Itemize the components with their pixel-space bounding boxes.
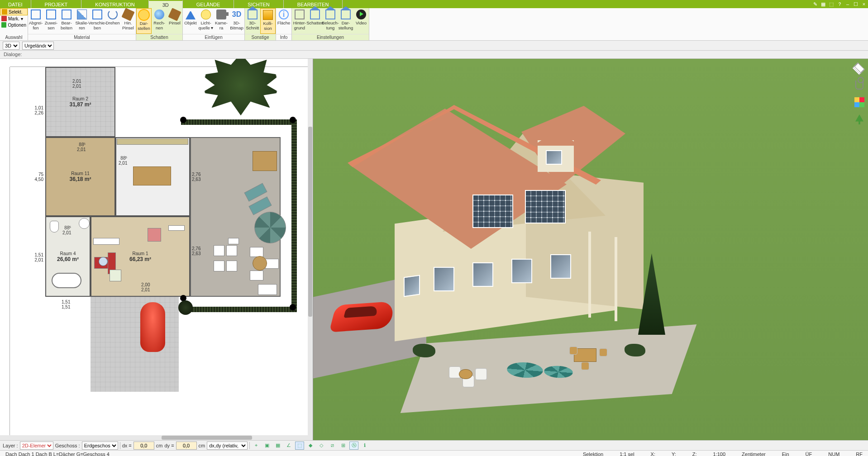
menu-datei[interactable]: DATEI [0,0,31,8]
tool-icon-1[interactable]: ✎ [811,0,819,8]
window-close[interactable]: × [860,0,868,8]
window-side-1 [404,275,420,297]
ribbon-group-info: iFlächeInfo [276,8,292,40]
status-uf: ÜF [803,451,815,456]
ribbon-btn-darstellen[interactable]: Dar- stellen [136,8,152,34]
unit-dy: cm [199,443,205,448]
ribbon: Selekt. Mark.▾ Optionen Auswahl Abgrei- … [0,8,868,41]
hedge-bottom [181,307,297,312]
ribbon-btn-objekt[interactable]: Objekt [183,8,198,34]
scrollbar-h-thumb[interactable] [162,436,252,440]
ribbon-btn-3dschnitt[interactable]: 3D- Schnitt [245,8,260,34]
snap-angle-icon[interactable]: ∠ [284,442,293,450]
ribbon-btn-hin-pinsel[interactable]: Hin. Pinsel [120,8,136,34]
ribbon-btn-drehen[interactable]: Drehen [105,8,120,34]
menu-konstruktion[interactable]: KONSTRUKTION [81,0,148,8]
window-maximize[interactable]: ☐ [852,0,860,8]
outdoor-chair-1 [214,245,224,256]
ribbon-btn-flaeche[interactable]: iFläche [276,8,291,34]
menu-gelaende[interactable]: GELÄNDE [183,0,234,8]
sideboard [93,238,119,245]
ribbon-btn-pinsel[interactable]: Pinsel [167,8,182,34]
menubar: DATEI PROJEKT KONSTRUKTION 3D GELÄNDE SI… [0,0,868,8]
ribbon-btn-abgreifen[interactable]: Abgrei- fen [28,8,43,34]
snap-endpoint-icon[interactable]: ⬚ [295,442,304,450]
snap-n-icon[interactable]: Ⓝ [349,442,358,450]
coord-mode-select[interactable]: dx,dy (relativ, ka [207,442,248,450]
washing-machine [99,257,108,266]
shelf [168,225,185,231]
view-2d[interactable]: 1,012,26 754,50 1,512,01 Raum 2 31,87 m²… [0,59,313,440]
snap-grid-icon[interactable]: ▦ [273,442,282,450]
palette-layers[interactable] [854,62,865,73]
help-icon[interactable]: ？ [835,0,844,8]
side-mark-label: Mark. [8,16,19,21]
hedge-corner-br [290,304,296,310]
tool-icon-2[interactable]: ▦ [819,0,827,8]
window-gf-1 [434,267,454,291]
ribbon-btn-schatten2[interactable]: Schatten [307,8,323,34]
status-x: X: [648,451,658,456]
dim-left-1: 1,012,26 [28,105,43,115]
menu-sichten[interactable]: SICHTEN [234,0,283,8]
view-3d[interactable] [313,59,868,440]
scrollbar-v-thumb[interactable] [308,127,312,317]
ribbon-btn-verschieben[interactable]: Verschie- ben [90,8,105,34]
ribbon-grouplabel-einfuegen: Einfügen [183,34,244,40]
video-icon [356,10,366,19]
ruler-vertical [0,67,10,440]
dy-input[interactable] [176,442,197,450]
outdoor-bench [258,284,277,295]
kollision-icon [263,10,273,20]
ribbon-btn-zuweisen[interactable]: Zuwei- sen [43,8,59,34]
view-select[interactable]: 3D [3,42,19,50]
objekt-label: Objekt [184,20,196,25]
side-mark[interactable]: Mark.▾ [0,15,28,22]
window-minimize[interactable]: – [844,0,852,8]
ribbon-btn-skalieren[interactable]: Skalie- ren [74,8,90,34]
ribbon-btn-beleuchtung[interactable]: Beleuch- tung [323,8,338,34]
ribbon-btn-lichtquelle[interactable]: Licht- quelle ▾ [198,8,214,34]
hintergrund-label: Hinter- grund [293,20,306,30]
snap-perp-icon[interactable]: ◇ [317,442,326,450]
snap-screen-icon[interactable]: ▣ [262,442,272,450]
wood-chair-2 [599,348,607,356]
hedge-top [181,119,297,125]
status-y: Y: [669,451,679,456]
ribbon-btn-kollision[interactable]: Kolli- sion [260,8,276,34]
ribbon-btn-3dbitmap[interactable]: 3D3D- Bitmap [229,8,244,34]
side-selekt[interactable]: Selekt. [0,8,28,15]
ribbon-btn-kamera[interactable]: Kame- ra [214,8,229,34]
side-optionen[interactable]: Optionen [0,22,28,28]
tool-icon-3[interactable]: ⬚ [827,0,835,8]
palette-furniture[interactable] [854,80,865,90]
floorplan-canvas[interactable]: 1,012,26 754,50 1,512,01 Raum 2 31,87 m²… [10,67,313,440]
palette-plants[interactable] [854,114,865,125]
dim-left-3: 1,512,01 [28,252,43,262]
layer-select[interactable]: 2D-Elemen [20,442,53,450]
snap-parallel-icon[interactable]: ⧄ [328,442,337,450]
ribbon-btn-hintergrund[interactable]: Hinter- grund [292,8,307,34]
bearbeiten-icon [62,10,72,19]
palette-materials[interactable] [854,97,865,108]
snap-mid-icon[interactable]: ◆ [306,442,315,450]
car-2d [140,302,165,352]
ribbon-btn-bearbeiten[interactable]: Bear- beiten [59,8,74,34]
room-2[interactable]: Raum 2 31,87 m² [45,67,115,137]
video-label: Video [356,20,367,25]
snap-grid2-icon[interactable]: ⊞ [339,442,348,450]
ribbon-btn-rechnen[interactable]: Rech- nen [152,8,167,34]
menu-3d[interactable]: 3D [149,0,183,8]
geschoss-select[interactable]: Erdgeschos [82,442,118,450]
scrollbar-vertical[interactable] [308,59,313,440]
dx-input[interactable] [134,442,154,450]
menu-projekt[interactable]: PROJEKT [31,0,82,8]
snap-target-icon[interactable]: ⌖ [252,442,261,450]
abgreifen-label: Abgrei- fen [29,20,43,30]
terrain-select[interactable]: Urgelände [22,42,54,50]
ribbon-btn-video[interactable]: Video [353,8,369,34]
ribbon-btn-darstellung[interactable]: Dar- stellung [338,8,353,34]
scrollbar-horizontal[interactable] [0,435,313,440]
pinsel-label: Pinsel [169,20,181,25]
snap-info-icon[interactable]: ℹ [360,442,369,450]
